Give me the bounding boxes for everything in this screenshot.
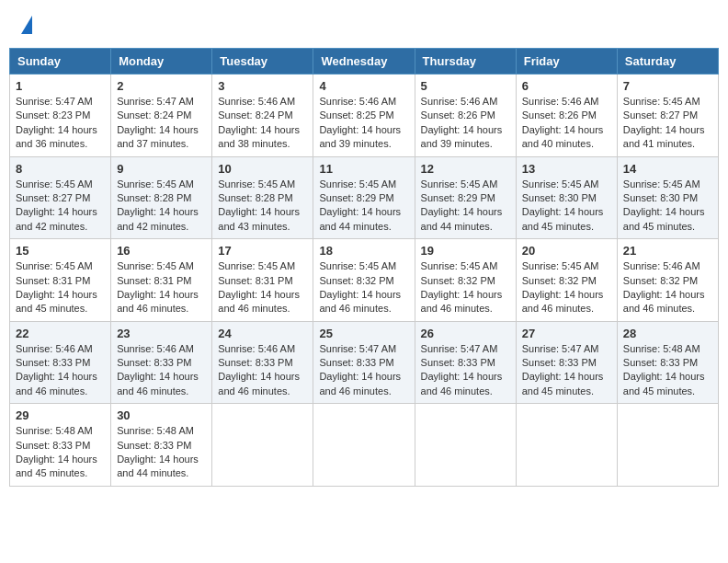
day-info: Sunrise: 5:46 AMSunset: 8:24 PMDaylight:… [218, 96, 300, 149]
day-info: Sunrise: 5:45 AMSunset: 8:30 PMDaylight:… [623, 178, 705, 232]
calendar-cell [617, 404, 718, 487]
calendar-cell: 26 Sunrise: 5:47 AMSunset: 8:33 PMDaylig… [415, 321, 516, 404]
calendar-cell [516, 404, 617, 487]
calendar-header-wednesday: Wednesday [313, 49, 415, 75]
day-number: 21 [623, 244, 712, 258]
day-info: Sunrise: 5:47 AMSunset: 8:24 PMDaylight:… [117, 96, 199, 149]
calendar-cell: 19 Sunrise: 5:45 AMSunset: 8:32 PMDaylig… [415, 239, 516, 322]
day-info: Sunrise: 5:46 AMSunset: 8:26 PMDaylight:… [522, 96, 604, 149]
day-number: 14 [623, 162, 712, 176]
day-number: 20 [522, 244, 611, 258]
day-info: Sunrise: 5:45 AMSunset: 8:32 PMDaylight:… [421, 260, 503, 314]
calendar-header-monday: Monday [111, 49, 212, 75]
day-number: 29 [16, 408, 105, 422]
calendar-week-row: 1 Sunrise: 5:47 AMSunset: 8:23 PMDayligh… [10, 75, 719, 157]
day-info: Sunrise: 5:45 AMSunset: 8:32 PMDaylight:… [319, 260, 401, 314]
day-number: 26 [421, 327, 510, 340]
calendar-header-thursday: Thursday [415, 49, 516, 75]
calendar-cell: 11 Sunrise: 5:45 AMSunset: 8:29 PMDaylig… [313, 156, 415, 239]
day-info: Sunrise: 5:46 AMSunset: 8:25 PMDaylight:… [319, 96, 401, 149]
day-number: 22 [16, 327, 105, 340]
day-info: Sunrise: 5:46 AMSunset: 8:33 PMDaylight:… [117, 343, 199, 396]
calendar-header-row: SundayMondayTuesdayWednesdayThursdayFrid… [10, 49, 719, 75]
day-info: Sunrise: 5:45 AMSunset: 8:31 PMDaylight:… [218, 260, 300, 314]
calendar-cell: 21 Sunrise: 5:46 AMSunset: 8:32 PMDaylig… [617, 239, 718, 322]
day-number: 17 [218, 244, 307, 258]
day-info: Sunrise: 5:45 AMSunset: 8:29 PMDaylight:… [319, 178, 401, 232]
calendar-cell: 30 Sunrise: 5:48 AMSunset: 8:33 PMDaylig… [111, 404, 212, 487]
day-number: 5 [421, 79, 510, 93]
day-info: Sunrise: 5:45 AMSunset: 8:27 PMDaylight:… [16, 178, 97, 232]
day-info: Sunrise: 5:47 AMSunset: 8:33 PMDaylight:… [319, 343, 401, 396]
calendar-cell: 23 Sunrise: 5:46 AMSunset: 8:33 PMDaylig… [111, 321, 212, 404]
day-info: Sunrise: 5:46 AMSunset: 8:26 PMDaylight:… [421, 96, 503, 149]
day-info: Sunrise: 5:45 AMSunset: 8:31 PMDaylight:… [16, 260, 97, 314]
calendar-cell: 28 Sunrise: 5:48 AMSunset: 8:33 PMDaylig… [617, 321, 718, 404]
day-number: 2 [117, 79, 206, 93]
day-number: 30 [117, 408, 206, 422]
day-number: 10 [218, 162, 307, 176]
logo-triangle-icon [21, 16, 32, 34]
day-info: Sunrise: 5:45 AMSunset: 8:32 PMDaylight:… [522, 260, 604, 314]
calendar-week-row: 15 Sunrise: 5:45 AMSunset: 8:31 PMDaylig… [10, 239, 719, 322]
calendar-cell: 4 Sunrise: 5:46 AMSunset: 8:25 PMDayligh… [313, 75, 415, 157]
day-info: Sunrise: 5:48 AMSunset: 8:33 PMDaylight:… [623, 343, 705, 396]
day-number: 18 [319, 244, 408, 258]
calendar-header-saturday: Saturday [617, 49, 718, 75]
day-info: Sunrise: 5:48 AMSunset: 8:33 PMDaylight:… [117, 425, 199, 478]
calendar-cell: 29 Sunrise: 5:48 AMSunset: 8:33 PMDaylig… [10, 404, 111, 487]
calendar-cell [415, 404, 516, 487]
calendar-cell: 20 Sunrise: 5:45 AMSunset: 8:32 PMDaylig… [516, 239, 617, 322]
calendar-week-row: 22 Sunrise: 5:46 AMSunset: 8:33 PMDaylig… [10, 321, 719, 404]
day-number: 12 [421, 162, 510, 176]
day-info: Sunrise: 5:47 AMSunset: 8:23 PMDaylight:… [16, 96, 97, 149]
calendar-header-friday: Friday [516, 49, 617, 75]
calendar-cell: 7 Sunrise: 5:45 AMSunset: 8:27 PMDayligh… [617, 75, 718, 157]
calendar-cell: 13 Sunrise: 5:45 AMSunset: 8:30 PMDaylig… [516, 156, 617, 239]
calendar-cell: 6 Sunrise: 5:46 AMSunset: 8:26 PMDayligh… [516, 75, 617, 157]
day-number: 23 [117, 327, 206, 340]
day-info: Sunrise: 5:45 AMSunset: 8:30 PMDaylight:… [522, 178, 604, 232]
day-info: Sunrise: 5:46 AMSunset: 8:33 PMDaylight:… [218, 343, 300, 396]
calendar-cell: 2 Sunrise: 5:47 AMSunset: 8:24 PMDayligh… [111, 75, 212, 157]
day-number: 6 [522, 79, 611, 93]
calendar-cell: 27 Sunrise: 5:47 AMSunset: 8:33 PMDaylig… [516, 321, 617, 404]
calendar-cell: 17 Sunrise: 5:45 AMSunset: 8:31 PMDaylig… [212, 239, 313, 322]
day-number: 15 [16, 244, 105, 258]
day-number: 27 [522, 327, 611, 340]
calendar-header-tuesday: Tuesday [212, 49, 313, 75]
calendar-cell: 25 Sunrise: 5:47 AMSunset: 8:33 PMDaylig… [313, 321, 415, 404]
day-info: Sunrise: 5:46 AMSunset: 8:33 PMDaylight:… [16, 343, 97, 396]
calendar-cell: 10 Sunrise: 5:45 AMSunset: 8:28 PMDaylig… [212, 156, 313, 239]
day-number: 3 [218, 79, 307, 93]
day-info: Sunrise: 5:45 AMSunset: 8:28 PMDaylight:… [117, 178, 199, 232]
day-info: Sunrise: 5:45 AMSunset: 8:31 PMDaylight:… [117, 260, 199, 314]
calendar-cell: 12 Sunrise: 5:45 AMSunset: 8:29 PMDaylig… [415, 156, 516, 239]
day-info: Sunrise: 5:47 AMSunset: 8:33 PMDaylight:… [522, 343, 604, 396]
day-number: 13 [522, 162, 611, 176]
calendar-cell: 5 Sunrise: 5:46 AMSunset: 8:26 PMDayligh… [415, 75, 516, 157]
day-number: 11 [319, 162, 408, 176]
day-number: 8 [16, 162, 105, 176]
calendar-cell: 3 Sunrise: 5:46 AMSunset: 8:24 PMDayligh… [212, 75, 313, 157]
calendar-cell: 22 Sunrise: 5:46 AMSunset: 8:33 PMDaylig… [10, 321, 111, 404]
calendar-table: SundayMondayTuesdayWednesdayThursdayFrid… [9, 48, 719, 487]
day-number: 4 [319, 79, 408, 93]
calendar-cell: 24 Sunrise: 5:46 AMSunset: 8:33 PMDaylig… [212, 321, 313, 404]
calendar-cell: 8 Sunrise: 5:45 AMSunset: 8:27 PMDayligh… [10, 156, 111, 239]
day-info: Sunrise: 5:45 AMSunset: 8:27 PMDaylight:… [623, 96, 705, 149]
calendar-week-row: 29 Sunrise: 5:48 AMSunset: 8:33 PMDaylig… [10, 404, 719, 487]
day-number: 24 [218, 327, 307, 340]
day-number: 19 [421, 244, 510, 258]
calendar-header-sunday: Sunday [10, 49, 111, 75]
day-number: 25 [319, 327, 408, 340]
calendar-week-row: 8 Sunrise: 5:45 AMSunset: 8:27 PMDayligh… [10, 156, 719, 239]
day-number: 28 [623, 327, 712, 340]
calendar-cell: 16 Sunrise: 5:45 AMSunset: 8:31 PMDaylig… [111, 239, 212, 322]
calendar-cell [212, 404, 313, 487]
day-info: Sunrise: 5:45 AMSunset: 8:29 PMDaylight:… [421, 178, 503, 232]
calendar-cell: 9 Sunrise: 5:45 AMSunset: 8:28 PMDayligh… [111, 156, 212, 239]
calendar-cell [313, 404, 415, 487]
page-header [9, 9, 719, 39]
logo [18, 14, 32, 34]
